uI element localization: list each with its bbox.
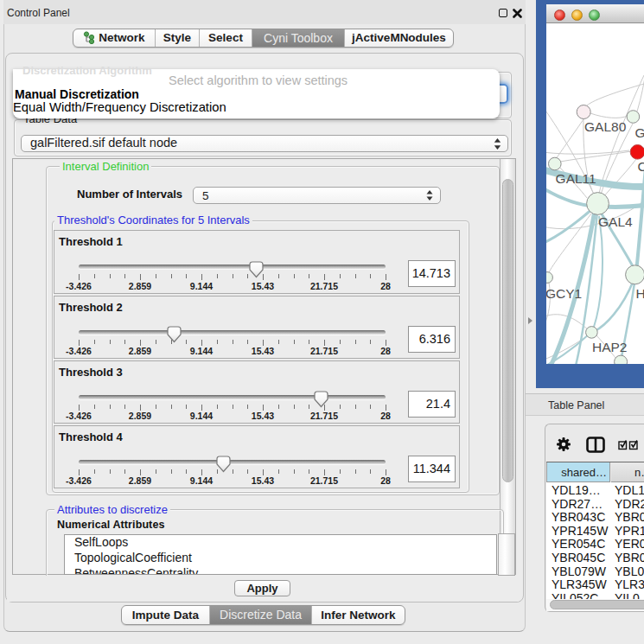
svg-text:HAP2: HAP2 bbox=[592, 340, 628, 354]
svg-text:GCY1: GCY1 bbox=[546, 286, 582, 301]
svg-text:GAL11: GAL11 bbox=[556, 171, 596, 186]
svg-text:GA: GA bbox=[635, 125, 644, 140]
svg-text:GAL4: GAL4 bbox=[598, 214, 633, 229]
svg-text:CR: CR bbox=[638, 159, 644, 174]
svg-text:HA: HA bbox=[636, 286, 644, 301]
svg-text:GAL80: GAL80 bbox=[584, 119, 627, 134]
